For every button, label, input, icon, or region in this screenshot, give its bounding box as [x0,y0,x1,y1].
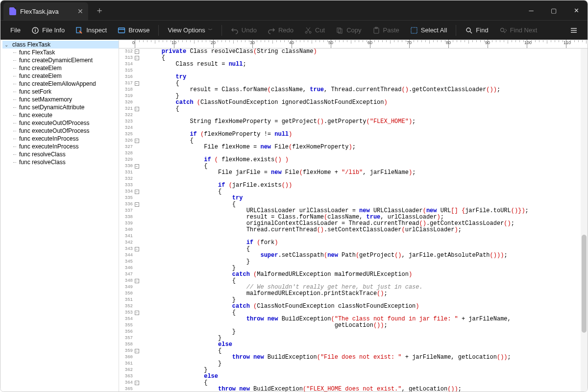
selectall-icon [410,26,418,34]
close-window-button[interactable]: ✕ [565,0,588,20]
selectall-button[interactable]: Select All [405,24,452,37]
chevron-down-icon: ⌄ [4,42,10,48]
search-next-icon [499,26,507,34]
minimize-button[interactable]: ─ [520,0,542,20]
viewoptions-menu[interactable]: View Options ﹀ [163,24,217,37]
outline-item[interactable]: func executeInProcess [12,143,119,150]
svg-rect-2 [35,28,36,29]
outline-item[interactable]: func resolveClass [12,158,119,166]
svg-line-16 [504,31,505,33]
chevron-down-icon: ﹀ [208,27,213,33]
search-icon [465,26,473,34]
scroll-thumb[interactable] [582,235,587,333]
file-tab[interactable]: FlexTask.java ✕ [3,2,88,20]
undo-icon [231,26,239,34]
browse-button[interactable]: Browse [113,24,154,37]
close-tab-icon[interactable]: ✕ [77,7,83,15]
info-icon [31,26,39,34]
svg-point-15 [500,28,504,31]
tab-title: FlexTask.java [20,8,59,15]
findnext-button[interactable]: Find Next [494,24,542,37]
redo-icon [268,26,275,34]
outline-item[interactable]: func createElemAllowAppend [12,80,119,88]
titlebar: FlexTask.java ✕ ＋ ─ ▢ ✕ [0,0,588,20]
paste-button[interactable]: Paste [368,24,404,37]
redo-button[interactable]: Redo [263,24,298,37]
outline-item[interactable]: func FlexTask [12,49,119,56]
outline-item[interactable]: func createElem [12,72,119,80]
outline-item[interactable]: func executeOutOfProcess [12,119,119,127]
outline-item[interactable]: func execute [12,111,119,119]
browse-icon [118,26,125,34]
svg-rect-12 [411,27,417,33]
line-gutter: 3123133143153163173183193203213223233243… [119,49,134,392]
find-button[interactable]: Find [460,24,493,37]
svg-line-14 [470,31,472,33]
outline-item[interactable]: func executeInProcess [12,135,119,143]
cut-button[interactable]: Cut [299,24,330,37]
outline-root-label: class FlexTask [12,41,50,48]
outline-item[interactable]: func setMaxmemory [12,96,119,103]
fold-gutter[interactable]: −−−−−−−−−−−−− [134,49,140,392]
hamburger-icon [570,26,578,34]
outline-item[interactable]: func createDynamicElement [12,56,119,64]
inspect-icon [75,26,83,34]
copy-button[interactable]: Copy [331,24,366,37]
maximize-button[interactable]: ▢ [542,0,565,20]
inspect-button[interactable]: Inspect [71,24,112,37]
menu-button[interactable] [565,24,583,37]
code-content[interactable]: private Class resolveClass(String classN… [140,49,588,392]
new-tab-button[interactable]: ＋ [95,4,104,16]
outline-item[interactable]: func createElem [12,64,119,72]
copy-icon [336,26,343,34]
ruler: 0102030405060708090100110 [119,40,588,49]
svg-rect-4 [119,28,125,33]
svg-point-13 [466,28,470,32]
outline-root[interactable]: ⌄ class FlexTask [2,41,119,49]
outline-sidebar[interactable]: ⌄ class FlexTask func FlexTaskfunc creat… [0,40,119,392]
cut-icon [304,26,312,34]
paste-icon [372,26,380,34]
svg-rect-1 [35,30,36,32]
undo-button[interactable]: Undo [226,24,262,37]
vertical-scrollbar[interactable] [581,49,588,392]
code-editor[interactable]: 0102030405060708090100110 31231331431531… [119,40,588,392]
outline-item[interactable]: func setDynamicAttribute [12,103,119,111]
file-icon [9,7,16,15]
outline-item[interactable]: func executeOutOfProcess [12,127,119,135]
fileinfo-button[interactable]: File Info [26,24,70,37]
outline-item[interactable]: func resolveClass [12,150,119,158]
toolbar: File File Info Inspect Browse View Optio… [0,20,588,40]
file-menu[interactable]: File [5,24,25,37]
outline-item[interactable]: func setFork [12,88,119,96]
